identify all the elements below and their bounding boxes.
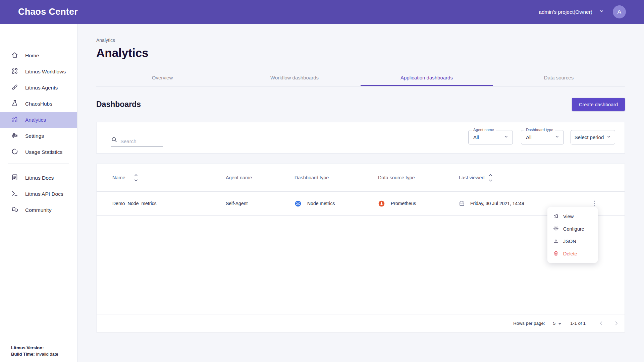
sidebar-item-label: Community: [25, 207, 51, 213]
build-time-label: Build Time:: [11, 352, 35, 357]
row-context-menu: View Configure JSON Delete: [547, 207, 598, 263]
sidebar-item-label: Home: [25, 53, 39, 59]
sidebar-item-settings[interactable]: Settings: [0, 128, 77, 144]
terminal-icon: [11, 190, 18, 198]
sidebar-item-label: Settings: [25, 133, 44, 139]
sidebar-item-label: Litmus Docs: [25, 175, 54, 181]
name-sort-control: [134, 174, 138, 182]
column-header-actions: [590, 164, 625, 191]
analytics-icon: [11, 116, 18, 124]
agent-name-select-label: Agent name: [472, 128, 496, 132]
sidebar-nav-secondary: Litmus Docs Litmus API Docs Community: [0, 167, 77, 218]
sidebar-nav-primary: Home Litmus Workflows Litmus Agents Chao…: [0, 24, 77, 160]
rows-per-page-value: 5: [553, 321, 556, 326]
sidebar-item-label: ChaosHubs: [25, 101, 52, 107]
pagination-range-label: 1-1 of 1: [570, 321, 586, 326]
sidebar-item-litmus-docs[interactable]: Litmus Docs: [0, 170, 77, 186]
calendar-icon: [459, 200, 465, 206]
menu-item-json[interactable]: JSON: [547, 235, 598, 247]
sort-descending-icon[interactable]: [489, 179, 492, 182]
sidebar-item-label: Litmus Workflows: [25, 69, 66, 75]
select-period-label: Select period: [575, 134, 604, 140]
create-dashboard-button[interactable]: Create dashboard: [572, 98, 625, 111]
tab-bar: Overview Workflow dashboards Application…: [96, 70, 625, 86]
sidebar-item-label: Usage Statistics: [25, 149, 62, 155]
sort-ascending-icon[interactable]: [489, 174, 492, 176]
table-header-row: Name Agent name Dashboard type Data sour…: [97, 164, 625, 192]
download-icon: [553, 238, 559, 245]
sidebar-item-usage-statistics[interactable]: Usage Statistics: [0, 144, 77, 160]
build-time-value: Invalid date: [36, 352, 58, 357]
menu-item-view[interactable]: View: [547, 210, 598, 223]
filters-panel: Agent name All Dashboard type All Select…: [96, 122, 625, 154]
project-label: admin's project(Owner): [539, 9, 592, 15]
sidebar-item-label: Litmus Agents: [25, 85, 58, 91]
sort-ascending-icon[interactable]: [134, 174, 138, 176]
tab-application-dashboards[interactable]: Application dashboards: [361, 70, 493, 86]
menu-item-configure[interactable]: Configure: [547, 223, 598, 235]
sidebar-divider: [8, 164, 69, 164]
chaos-center-app: Chaos Center admin's project(Owner) A Ho…: [0, 0, 644, 362]
home-icon: [11, 51, 18, 60]
section-title: Dashboards: [96, 100, 141, 109]
tab-workflow-dashboards[interactable]: Workflow dashboards: [228, 70, 361, 86]
sidebar-item-community[interactable]: Community: [0, 202, 77, 218]
row-kebab-menu-icon[interactable]: [590, 199, 599, 208]
prometheus-icon: [378, 200, 385, 207]
select-period-button[interactable]: Select period: [571, 130, 615, 144]
table-row[interactable]: Demo_Node_metrics Self-Agent Node metric…: [97, 192, 625, 216]
dashboards-table: Name Agent name Dashboard type Data sour…: [96, 164, 625, 332]
header-right: admin's project(Owner) A: [539, 5, 626, 18]
main-content: Analytics Analytics Overview Workflow da…: [77, 24, 644, 362]
agent-name-select[interactable]: Agent name All: [468, 130, 513, 144]
previous-page-icon[interactable]: [598, 319, 604, 327]
sort-descending-icon[interactable]: [134, 179, 138, 182]
breadcrumb[interactable]: Analytics: [96, 38, 625, 43]
chart-icon: [553, 213, 559, 220]
cell-data-source-type: Prometheus: [378, 192, 459, 215]
sidebar-item-chaoshubs[interactable]: ChaosHubs: [0, 96, 77, 112]
cell-agent-name: Self-Agent: [216, 192, 294, 215]
column-header-last-viewed: Last viewed: [459, 164, 590, 191]
menu-item-delete[interactable]: Delete: [547, 247, 598, 260]
chevron-down-icon: [504, 134, 508, 140]
sidebar-item-litmus-agents[interactable]: Litmus Agents: [0, 80, 77, 96]
litmus-version-label: Litmus Version:: [11, 345, 44, 350]
usage-icon: [11, 148, 18, 157]
sidebar-item-litmus-workflows[interactable]: Litmus Workflows: [0, 64, 77, 80]
sidebar-item-home[interactable]: Home: [0, 48, 77, 64]
project-switcher[interactable]: admin's project(Owner): [539, 9, 604, 15]
sidebar-item-label: Analytics: [25, 117, 46, 123]
workflows-icon: [11, 67, 18, 76]
search-input[interactable]: [120, 138, 157, 144]
community-icon: [11, 206, 18, 215]
tab-overview[interactable]: Overview: [96, 70, 228, 86]
chevron-down-icon: [599, 9, 604, 15]
next-page-icon[interactable]: [613, 319, 620, 327]
brand-title: Chaos Center: [18, 7, 78, 17]
sidebar-item-label: Litmus API Docs: [25, 191, 63, 197]
app-header: Chaos Center admin's project(Owner) A: [0, 0, 644, 24]
agent-name-select-value: All: [473, 134, 479, 140]
column-header-dashboard-type: Dashboard type: [294, 164, 378, 191]
sidebar-item-analytics[interactable]: Analytics: [0, 112, 77, 128]
dashboard-type-select-label: Dashboard type: [524, 128, 555, 132]
dashboard-type-select[interactable]: Dashboard type All: [521, 130, 564, 144]
search-field[interactable]: [111, 131, 163, 147]
column-header-data-source-type: Data source type: [378, 164, 459, 191]
tab-data-sources[interactable]: Data sources: [493, 70, 625, 86]
settings-icon: [11, 132, 18, 140]
trash-icon: [553, 250, 559, 257]
chaoshub-icon: [11, 100, 18, 108]
chevron-down-icon: [606, 134, 611, 140]
avatar[interactable]: A: [613, 5, 626, 18]
rows-per-page-select[interactable]: 5: [553, 321, 562, 326]
page-title: Analytics: [96, 46, 625, 60]
docs-icon: [11, 174, 18, 182]
cell-name: Demo_Node_metrics: [97, 192, 216, 215]
kubernetes-icon: [294, 200, 302, 207]
sidebar: Home Litmus Workflows Litmus Agents Chao…: [0, 24, 77, 362]
sidebar-item-litmus-api-docs[interactable]: Litmus API Docs: [0, 186, 77, 202]
chevron-down-icon: [555, 134, 559, 140]
cell-dashboard-type: Node metrics: [294, 192, 378, 215]
